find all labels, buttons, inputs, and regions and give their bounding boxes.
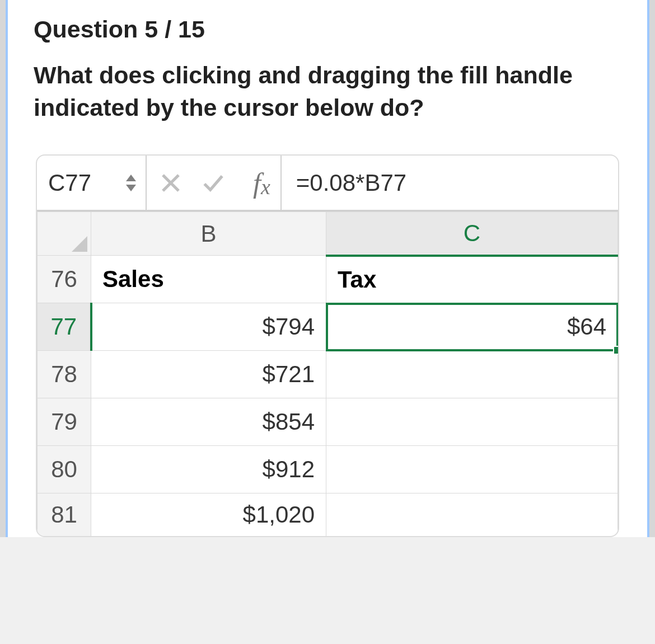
table-row: 80 $912 — [38, 446, 618, 493]
formula-bar-buttons — [147, 156, 237, 210]
spreadsheet-grid: B C 76 Sales Tax 77 $794 $64 — [37, 211, 618, 536]
cell-b78[interactable]: $721 — [91, 351, 326, 398]
select-all-corner[interactable] — [38, 212, 91, 256]
table-row: 81 $1,020 — [38, 493, 618, 536]
formula-input[interactable]: =0.08*B77 — [282, 156, 618, 210]
enter-icon[interactable] — [202, 171, 225, 195]
formula-bar: C77 fx — [37, 156, 618, 211]
cell-c79[interactable] — [326, 398, 618, 446]
cell-c77[interactable]: $64 — [326, 303, 618, 351]
row-header[interactable]: 80 — [38, 446, 91, 493]
cell-b80[interactable]: $912 — [91, 446, 326, 493]
fill-handle[interactable] — [613, 346, 619, 355]
column-header-b[interactable]: B — [91, 212, 326, 256]
svg-marker-1 — [126, 185, 136, 191]
name-box-stepper[interactable] — [125, 174, 137, 192]
row-header[interactable]: 78 — [38, 351, 91, 398]
row-header[interactable]: 76 — [38, 256, 91, 303]
fx-icon: fx — [253, 167, 270, 199]
column-header-c[interactable]: C — [326, 212, 618, 256]
svg-marker-0 — [126, 175, 136, 181]
table-row: 77 $794 $64 — [38, 303, 618, 351]
table-row: 78 $721 — [38, 351, 618, 398]
name-box-value: C77 — [48, 170, 91, 196]
question-counter: Question 5 / 15 — [34, 16, 621, 43]
excel-screenshot: C77 fx — [36, 154, 619, 537]
table-row: 79 $854 — [38, 398, 618, 446]
fx-label[interactable]: fx — [237, 156, 280, 210]
row-header[interactable]: 77 — [38, 303, 91, 351]
caret-up-icon — [125, 174, 137, 182]
select-all-triangle-icon — [72, 236, 87, 252]
caret-down-icon — [125, 184, 137, 192]
cell-b81[interactable]: $1,020 — [91, 493, 326, 536]
svg-marker-4 — [72, 236, 87, 252]
name-box[interactable]: C77 — [37, 156, 147, 210]
cell-b79[interactable]: $854 — [91, 398, 326, 446]
cell-c81[interactable] — [326, 493, 618, 536]
cell-c76[interactable]: Tax — [326, 256, 618, 303]
row-header[interactable]: 79 — [38, 398, 91, 446]
table-row: 76 Sales Tax — [38, 256, 618, 303]
question-text: What does clicking and dragging the fill… — [34, 59, 621, 124]
cell-b76[interactable]: Sales — [91, 256, 326, 303]
cell-c78[interactable] — [326, 351, 618, 398]
cell-c77-value: $64 — [567, 313, 606, 340]
cancel-icon[interactable] — [159, 171, 183, 195]
cell-c80[interactable] — [326, 446, 618, 493]
row-header[interactable]: 81 — [38, 493, 91, 536]
cell-b77[interactable]: $794 — [91, 303, 326, 351]
